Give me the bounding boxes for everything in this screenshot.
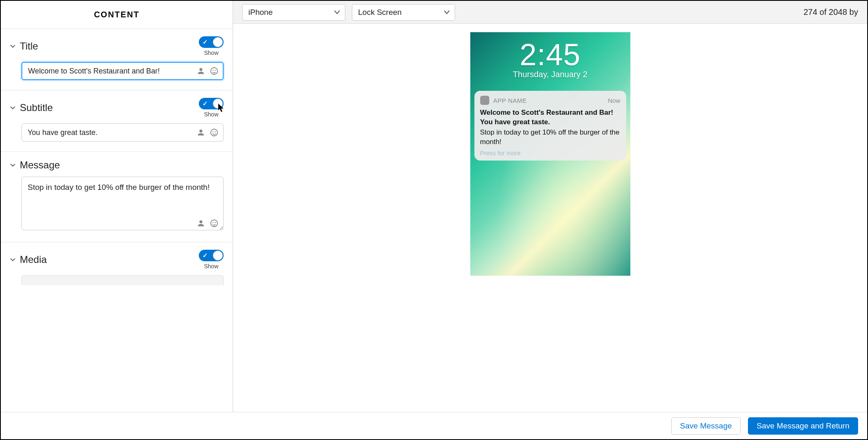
- notification-app-name: APP NAME: [493, 97, 527, 104]
- check-icon: ✓: [203, 38, 208, 46]
- notification-when: Now: [608, 97, 620, 104]
- section-subtitle-label: Subtitle: [20, 102, 53, 114]
- lockscreen-time: 2:45: [470, 32, 630, 72]
- notification-message: Stop in today to get 10% off the burger …: [480, 128, 620, 147]
- svg-point-6: [211, 220, 218, 227]
- emoji-icon[interactable]: [210, 219, 219, 228]
- save-return-button[interactable]: Save Message and Return: [748, 417, 858, 435]
- section-media-toggle-collapse[interactable]: Media: [10, 254, 47, 265]
- device-select[interactable]: iPhone: [242, 4, 345, 21]
- person-icon[interactable]: [196, 219, 205, 228]
- notification-card: APP NAME Now Welcome to Scott's Restaura…: [474, 91, 626, 161]
- subtitle-show-label: Show: [204, 111, 218, 118]
- svg-point-7: [212, 222, 213, 223]
- svg-point-1: [212, 70, 213, 71]
- person-icon[interactable]: [196, 66, 205, 76]
- toggle-knob: [213, 37, 223, 47]
- section-subtitle-toggle-collapse[interactable]: Subtitle: [10, 102, 53, 114]
- chevron-down-icon: [334, 10, 340, 14]
- svg-point-8: [215, 222, 216, 223]
- media-show-label: Show: [204, 263, 218, 270]
- device-select-value: iPhone: [248, 8, 273, 17]
- preview-stage[interactable]: 2:45 Thursday, January 2 APP NAME Now We…: [233, 24, 867, 412]
- preview-toolbar: iPhone Lock Screen 274 of 2048 by: [233, 1, 867, 24]
- section-media: Media ✓ Show: [1, 242, 233, 285]
- save-message-button[interactable]: Save Message: [671, 417, 741, 435]
- toggle-knob: [213, 251, 223, 260]
- preview-panel: iPhone Lock Screen 274 of 2048 by 2:45 T…: [233, 1, 867, 412]
- chevron-down-icon: [10, 43, 16, 49]
- section-message-toggle-collapse[interactable]: Message: [10, 159, 60, 171]
- notification-subtitle: You have great taste.: [480, 118, 620, 127]
- notification-press-more: Press for more: [480, 149, 620, 156]
- svg-point-4: [212, 131, 213, 132]
- section-title-label: Title: [20, 40, 38, 52]
- svg-point-2: [215, 70, 216, 71]
- app-icon: [480, 96, 489, 105]
- person-icon[interactable]: [196, 128, 205, 137]
- svg-point-0: [211, 68, 218, 75]
- check-icon: ✓: [203, 252, 208, 259]
- footer-bar: Save Message Save Message and Return: [1, 412, 867, 439]
- chevron-down-icon: [10, 162, 16, 168]
- phone-preview: 2:45 Thursday, January 2 APP NAME Now We…: [470, 32, 630, 276]
- section-title-toggle-collapse[interactable]: Title: [10, 40, 38, 52]
- section-subtitle: Subtitle ✓ Show: [1, 90, 233, 152]
- content-panel: CONTENT Title ✓ Show: [1, 1, 233, 412]
- svg-point-3: [211, 129, 218, 136]
- message-textarea[interactable]: [21, 177, 224, 230]
- chevron-down-icon: [10, 105, 16, 111]
- section-title: Title ✓ Show: [1, 29, 233, 90]
- emoji-icon[interactable]: [210, 66, 219, 76]
- toggle-knob: [213, 99, 223, 109]
- subtitle-input[interactable]: [21, 123, 224, 142]
- notification-title: Welcome to Scott's Restaurant and Bar!: [480, 108, 620, 118]
- subtitle-show-toggle[interactable]: ✓: [199, 98, 224, 109]
- chevron-down-icon: [444, 10, 450, 14]
- main-area: CONTENT Title ✓ Show: [1, 1, 867, 412]
- section-media-label: Media: [20, 254, 47, 265]
- media-dropzone[interactable]: [21, 275, 224, 285]
- title-show-toggle[interactable]: ✓: [199, 36, 224, 48]
- chevron-down-icon: [10, 257, 16, 263]
- svg-point-5: [215, 131, 216, 132]
- title-input[interactable]: [21, 62, 224, 80]
- check-icon: ✓: [203, 100, 208, 107]
- character-count: 274 of 2048 by: [804, 7, 858, 17]
- emoji-icon[interactable]: [210, 128, 219, 137]
- screen-select[interactable]: Lock Screen: [352, 4, 455, 21]
- content-panel-header: CONTENT: [1, 1, 233, 29]
- media-show-toggle[interactable]: ✓: [199, 250, 224, 261]
- section-message: Message: [1, 152, 233, 242]
- content-panel-body[interactable]: Title ✓ Show: [1, 29, 233, 412]
- screen-select-value: Lock Screen: [358, 8, 402, 17]
- section-message-label: Message: [20, 159, 60, 171]
- lockscreen-date: Thursday, January 2: [470, 70, 630, 79]
- title-show-label: Show: [204, 50, 218, 56]
